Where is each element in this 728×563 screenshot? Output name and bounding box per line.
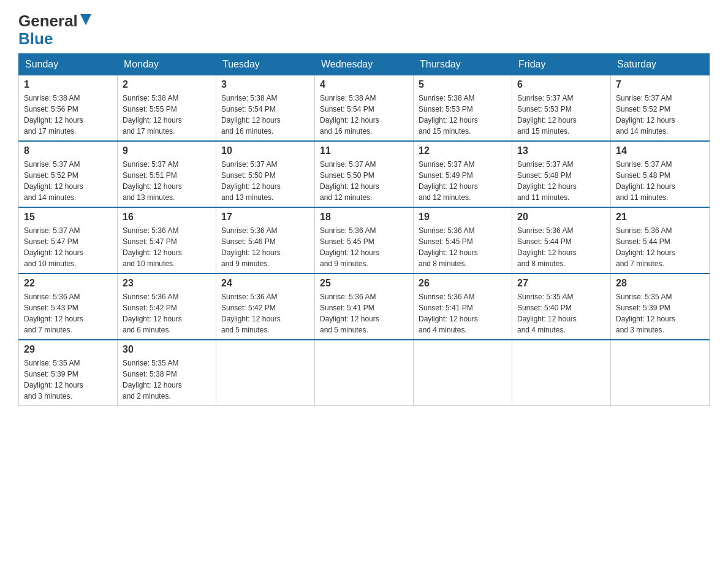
calendar-header-wednesday: Wednesday	[315, 54, 414, 75]
calendar-cell: 3Sunrise: 5:38 AMSunset: 5:54 PMDaylight…	[216, 75, 315, 142]
day-info: Sunrise: 5:35 AMSunset: 5:38 PMDaylight:…	[123, 358, 211, 402]
calendar-cell	[315, 340, 414, 406]
day-info: Sunrise: 5:36 AMSunset: 5:42 PMDaylight:…	[221, 291, 309, 335]
day-info: Sunrise: 5:36 AMSunset: 5:43 PMDaylight:…	[24, 291, 112, 335]
day-info: Sunrise: 5:36 AMSunset: 5:44 PMDaylight:…	[616, 225, 704, 269]
logo-general-text: General	[18, 12, 78, 30]
calendar-cell: 5Sunrise: 5:38 AMSunset: 5:53 PMDaylight…	[414, 75, 512, 142]
day-number: 27	[517, 278, 605, 289]
day-number: 17	[221, 212, 309, 223]
calendar-cell: 28Sunrise: 5:35 AMSunset: 5:39 PMDayligh…	[611, 274, 710, 340]
day-number: 11	[320, 145, 408, 156]
day-number: 15	[24, 212, 112, 223]
day-info: Sunrise: 5:35 AMSunset: 5:39 PMDaylight:…	[24, 358, 112, 402]
day-info: Sunrise: 5:36 AMSunset: 5:46 PMDaylight:…	[221, 225, 309, 269]
day-info: Sunrise: 5:37 AMSunset: 5:50 PMDaylight:…	[221, 159, 309, 203]
calendar-table: SundayMondayTuesdayWednesdayThursdayFrid…	[18, 53, 710, 406]
day-info: Sunrise: 5:36 AMSunset: 5:44 PMDaylight:…	[517, 225, 605, 269]
calendar-cell: 26Sunrise: 5:36 AMSunset: 5:41 PMDayligh…	[414, 274, 512, 340]
day-info: Sunrise: 5:38 AMSunset: 5:56 PMDaylight:…	[24, 93, 112, 137]
calendar-cell: 7Sunrise: 5:37 AMSunset: 5:52 PMDaylight…	[611, 75, 710, 142]
day-info: Sunrise: 5:36 AMSunset: 5:47 PMDaylight:…	[123, 225, 211, 269]
calendar-header-saturday: Saturday	[611, 54, 710, 75]
calendar-cell: 10Sunrise: 5:37 AMSunset: 5:50 PMDayligh…	[216, 141, 315, 207]
day-number: 23	[123, 278, 211, 289]
calendar-header-thursday: Thursday	[414, 54, 512, 75]
calendar-cell: 20Sunrise: 5:36 AMSunset: 5:44 PMDayligh…	[512, 207, 611, 274]
day-number: 24	[221, 278, 309, 289]
day-number: 4	[320, 79, 408, 90]
calendar-cell: 24Sunrise: 5:36 AMSunset: 5:42 PMDayligh…	[216, 274, 315, 340]
calendar-cell: 12Sunrise: 5:37 AMSunset: 5:49 PMDayligh…	[414, 141, 512, 207]
day-number: 25	[320, 278, 408, 289]
calendar-cell: 15Sunrise: 5:37 AMSunset: 5:47 PMDayligh…	[19, 207, 118, 274]
calendar-header-monday: Monday	[118, 54, 216, 75]
day-info: Sunrise: 5:37 AMSunset: 5:49 PMDaylight:…	[419, 159, 507, 203]
day-number: 10	[221, 145, 309, 156]
day-info: Sunrise: 5:37 AMSunset: 5:53 PMDaylight:…	[517, 93, 605, 137]
day-info: Sunrise: 5:36 AMSunset: 5:45 PMDaylight:…	[320, 225, 408, 269]
svg-marker-0	[80, 14, 91, 25]
calendar-week-row: 22Sunrise: 5:36 AMSunset: 5:43 PMDayligh…	[19, 274, 710, 340]
day-number: 22	[24, 278, 112, 289]
calendar-week-row: 8Sunrise: 5:37 AMSunset: 5:52 PMDaylight…	[19, 141, 710, 207]
day-info: Sunrise: 5:38 AMSunset: 5:54 PMDaylight:…	[221, 93, 309, 137]
calendar-cell	[512, 340, 611, 406]
day-number: 20	[517, 212, 605, 223]
day-info: Sunrise: 5:37 AMSunset: 5:48 PMDaylight:…	[517, 159, 605, 203]
day-info: Sunrise: 5:35 AMSunset: 5:39 PMDaylight:…	[616, 291, 704, 335]
calendar-cell: 22Sunrise: 5:36 AMSunset: 5:43 PMDayligh…	[19, 274, 118, 340]
day-number: 2	[123, 79, 211, 90]
calendar-header-row: SundayMondayTuesdayWednesdayThursdayFrid…	[19, 54, 710, 75]
calendar-cell: 8Sunrise: 5:37 AMSunset: 5:52 PMDaylight…	[19, 141, 118, 207]
day-number: 3	[221, 79, 309, 90]
day-info: Sunrise: 5:37 AMSunset: 5:50 PMDaylight:…	[320, 159, 408, 203]
day-number: 13	[517, 145, 605, 156]
calendar-cell: 21Sunrise: 5:36 AMSunset: 5:44 PMDayligh…	[611, 207, 710, 274]
calendar-cell: 30Sunrise: 5:35 AMSunset: 5:38 PMDayligh…	[118, 340, 216, 406]
calendar-cell: 9Sunrise: 5:37 AMSunset: 5:51 PMDaylight…	[118, 141, 216, 207]
day-info: Sunrise: 5:36 AMSunset: 5:45 PMDaylight:…	[419, 225, 507, 269]
day-number: 9	[123, 145, 211, 156]
day-info: Sunrise: 5:37 AMSunset: 5:47 PMDaylight:…	[24, 225, 112, 269]
day-number: 28	[616, 278, 704, 289]
day-number: 21	[616, 212, 704, 223]
day-info: Sunrise: 5:36 AMSunset: 5:41 PMDaylight:…	[320, 291, 408, 335]
day-number: 12	[419, 145, 507, 156]
day-info: Sunrise: 5:38 AMSunset: 5:53 PMDaylight:…	[419, 93, 507, 137]
calendar-cell: 18Sunrise: 5:36 AMSunset: 5:45 PMDayligh…	[315, 207, 414, 274]
day-info: Sunrise: 5:35 AMSunset: 5:40 PMDaylight:…	[517, 291, 605, 335]
day-number: 29	[24, 344, 112, 355]
day-info: Sunrise: 5:36 AMSunset: 5:41 PMDaylight:…	[419, 291, 507, 335]
day-number: 16	[123, 212, 211, 223]
calendar-header-sunday: Sunday	[19, 54, 118, 75]
day-info: Sunrise: 5:37 AMSunset: 5:52 PMDaylight:…	[24, 159, 112, 203]
day-number: 14	[616, 145, 704, 156]
page-header: General Blue	[18, 12, 710, 47]
calendar-header-friday: Friday	[512, 54, 611, 75]
calendar-header-tuesday: Tuesday	[216, 54, 315, 75]
day-number: 7	[616, 79, 704, 90]
calendar-cell: 17Sunrise: 5:36 AMSunset: 5:46 PMDayligh…	[216, 207, 315, 274]
day-info: Sunrise: 5:37 AMSunset: 5:48 PMDaylight:…	[616, 159, 704, 203]
calendar-week-row: 1Sunrise: 5:38 AMSunset: 5:56 PMDaylight…	[19, 75, 710, 142]
calendar-cell	[216, 340, 315, 406]
day-number: 18	[320, 212, 408, 223]
day-info: Sunrise: 5:38 AMSunset: 5:55 PMDaylight:…	[123, 93, 211, 137]
calendar-cell: 1Sunrise: 5:38 AMSunset: 5:56 PMDaylight…	[19, 75, 118, 142]
day-info: Sunrise: 5:37 AMSunset: 5:51 PMDaylight:…	[123, 159, 211, 203]
calendar-cell	[414, 340, 512, 406]
calendar-cell: 2Sunrise: 5:38 AMSunset: 5:55 PMDaylight…	[118, 75, 216, 142]
calendar-cell: 27Sunrise: 5:35 AMSunset: 5:40 PMDayligh…	[512, 274, 611, 340]
logo-triangle-icon	[80, 13, 91, 28]
day-info: Sunrise: 5:38 AMSunset: 5:54 PMDaylight:…	[320, 93, 408, 137]
day-number: 19	[419, 212, 507, 223]
day-info: Sunrise: 5:36 AMSunset: 5:42 PMDaylight:…	[123, 291, 211, 335]
logo-blue-text: Blue	[18, 29, 53, 48]
calendar-cell: 4Sunrise: 5:38 AMSunset: 5:54 PMDaylight…	[315, 75, 414, 142]
calendar-week-row: 29Sunrise: 5:35 AMSunset: 5:39 PMDayligh…	[19, 340, 710, 406]
calendar-cell: 6Sunrise: 5:37 AMSunset: 5:53 PMDaylight…	[512, 75, 611, 142]
calendar-cell	[611, 340, 710, 406]
day-info: Sunrise: 5:37 AMSunset: 5:52 PMDaylight:…	[616, 93, 704, 137]
day-number: 1	[24, 79, 112, 90]
